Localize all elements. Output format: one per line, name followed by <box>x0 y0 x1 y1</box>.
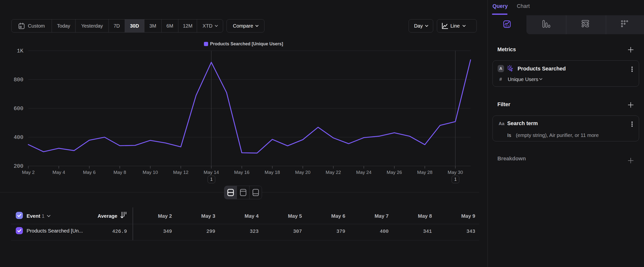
svg-text:200: 200 <box>14 163 23 169</box>
svg-text:May 26: May 26 <box>387 170 402 175</box>
svg-text:May 18: May 18 <box>265 170 280 175</box>
svg-text:May 14: May 14 <box>204 170 219 175</box>
svg-text:May 30: May 30 <box>448 170 463 175</box>
svg-text:May 20: May 20 <box>295 170 310 175</box>
svg-text:May 22: May 22 <box>326 170 341 175</box>
svg-text:600: 600 <box>14 106 23 112</box>
svg-text:May 10: May 10 <box>143 170 158 175</box>
svg-text:1K: 1K <box>17 48 24 54</box>
svg-text:May 8: May 8 <box>114 170 126 175</box>
svg-text:May 4: May 4 <box>52 170 65 175</box>
svg-text:May 16: May 16 <box>234 170 250 175</box>
svg-text:May 12: May 12 <box>173 170 188 175</box>
svg-text:May 28: May 28 <box>417 170 432 175</box>
svg-text:400: 400 <box>14 134 23 141</box>
svg-text:800: 800 <box>14 77 23 83</box>
svg-text:May 6: May 6 <box>83 170 96 175</box>
svg-text:May 2: May 2 <box>22 170 35 175</box>
svg-text:May 24: May 24 <box>356 170 372 175</box>
